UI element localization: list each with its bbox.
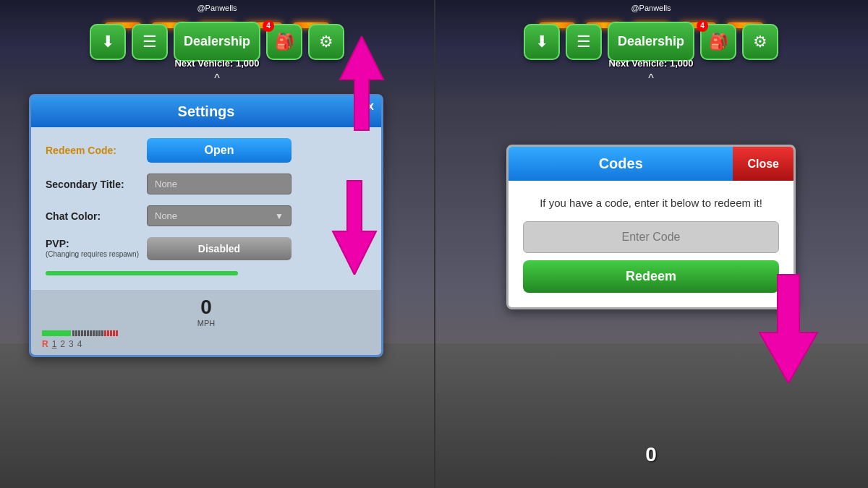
settings-btn-right[interactable]: ⚙ — [742, 24, 778, 60]
chat-color-row: Chat Color: None ▼ — [46, 205, 367, 226]
page-3[interactable]: 3 — [69, 339, 74, 349]
tick — [75, 330, 77, 336]
next-vehicle-right: Next Vehicle: 1,000 — [608, 58, 693, 69]
speed-bar-row — [42, 330, 370, 336]
secondary-title-label: Secondary Title: — [46, 179, 140, 190]
tick — [78, 330, 80, 336]
chat-color-label: Chat Color: — [46, 210, 140, 222]
page-nums: R 1 2 3 4 — [42, 339, 370, 349]
settings-close-btn[interactable]: x — [367, 100, 374, 113]
left-panel: @Panwells ⬇ ☰ Dealership 4 🎒 ⚙ Next Vehi… — [0, 0, 434, 488]
page-2[interactable]: 2 — [60, 339, 65, 349]
codes-title: Codes — [509, 147, 733, 181]
bag-badge-left: 4 🎒 — [266, 24, 302, 60]
tick-red — [113, 330, 115, 336]
settings-title: Settings — [178, 103, 235, 119]
tick-red — [104, 330, 106, 336]
pvp-disabled-btn[interactable]: Disabled — [147, 237, 292, 260]
codes-close-btn[interactable]: Close — [733, 147, 793, 181]
bag-badge-right: 4 🎒 — [700, 24, 736, 60]
username-right: @Panwells — [631, 4, 671, 12]
username-left: @Panwells — [197, 4, 237, 12]
tick-red — [110, 330, 112, 336]
floor-right — [434, 343, 868, 488]
download-btn-left[interactable]: ⬇ — [90, 24, 126, 60]
dealership-btn-left[interactable]: Dealership — [174, 22, 260, 61]
tick — [93, 330, 95, 336]
pvp-label: PVP: — [46, 238, 69, 249]
pvp-row: PVP: (Changing requires respawn) Disable… — [46, 237, 367, 260]
download-btn-right[interactable]: ⬇ — [524, 24, 560, 60]
settings-panel: Settings x Redeem Code: Open Secondary T… — [29, 94, 383, 357]
tick-red — [116, 330, 118, 336]
codes-header: Codes Close — [509, 147, 793, 181]
codes-body: If you have a code, enter it below to re… — [509, 181, 793, 307]
open-redeem-btn[interactable]: Open — [147, 138, 292, 163]
settings-header: Settings x — [31, 96, 381, 127]
secondary-title-value: None — [155, 179, 177, 189]
badge-count-right: 4 — [697, 20, 708, 32]
tick — [72, 330, 75, 336]
codes-panel: Codes Close If you have a code, enter it… — [506, 145, 796, 309]
checklist-btn-left[interactable]: ☰ — [132, 24, 168, 60]
redeem-btn[interactable]: Redeem — [523, 260, 779, 293]
tick — [90, 330, 92, 336]
next-vehicle-left: Next Vehicle: 1,000 — [174, 58, 259, 69]
redeem-code-row: Redeem Code: Open — [46, 138, 367, 163]
mph-label-left: MPH — [42, 319, 370, 328]
right-panel: @Panwells ⬇ ☰ Dealership 4 🎒 ⚙ Next Vehi… — [434, 0, 868, 488]
pvp-label-container: PVP: (Changing requires respawn) — [46, 237, 140, 258]
tick — [81, 330, 83, 336]
tick — [87, 330, 89, 336]
dropdown-arrow-icon: ▼ — [275, 211, 284, 221]
tick — [95, 330, 98, 336]
speed-display-left: 0 — [42, 296, 370, 319]
chat-color-value: None — [155, 210, 177, 221]
chat-color-dropdown[interactable]: None ▼ — [147, 205, 292, 226]
tick-red — [107, 330, 109, 336]
pvp-note: (Changing requires respawn) — [46, 250, 140, 258]
page-4[interactable]: 4 — [77, 339, 82, 349]
settings-progress-bar — [46, 271, 238, 275]
badge-count-left: 4 — [263, 20, 274, 32]
page-1[interactable]: 1 — [52, 339, 57, 349]
speed-display-right: 0 — [645, 443, 657, 466]
page-r: R — [42, 339, 48, 349]
code-input[interactable] — [523, 221, 779, 253]
speed-bar-gray — [72, 330, 118, 336]
panel-divider — [434, 0, 435, 488]
redeem-code-label: Redeem Code: — [46, 145, 140, 156]
speed-bar-green — [42, 330, 71, 336]
tick — [101, 330, 103, 336]
settings-btn-left[interactable]: ⚙ — [308, 24, 344, 60]
floor-left — [0, 343, 434, 488]
checklist-btn-right[interactable]: ☰ — [566, 24, 602, 60]
hud-top-left: ⬇ ☰ Dealership 4 🎒 ⚙ — [90, 22, 344, 61]
settings-body: Redeem Code: Open Secondary Title: None … — [31, 127, 381, 290]
settings-footer: 0 MPH — [31, 290, 381, 355]
secondary-title-row: Secondary Title: None — [46, 174, 367, 194]
dealership-btn-right[interactable]: Dealership — [608, 22, 694, 61]
hud-top-right: ⬇ ☰ Dealership 4 🎒 ⚙ — [524, 22, 778, 61]
codes-description: If you have a code, enter it below to re… — [523, 195, 779, 210]
chevron-up-left: ^ — [214, 72, 220, 85]
secondary-title-dropdown[interactable]: None — [147, 174, 292, 194]
tick — [84, 330, 86, 336]
tick — [98, 330, 101, 336]
chevron-up-right: ^ — [648, 72, 654, 85]
